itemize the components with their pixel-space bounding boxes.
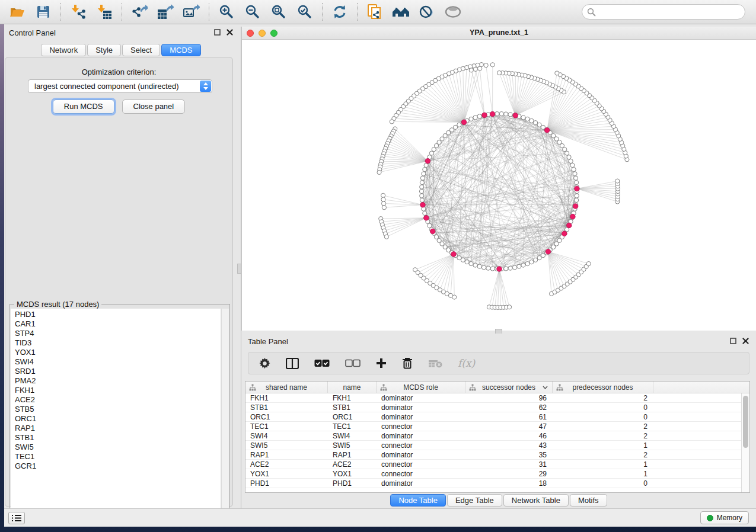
mcds-result-item[interactable]: STB5 (15, 405, 221, 414)
export-table-icon[interactable] (157, 3, 174, 21)
close-panel-icon[interactable] (227, 29, 233, 36)
tab-select[interactable]: Select (122, 44, 160, 56)
table-cell: FKH1 (245, 393, 328, 402)
table-scrollbar-thumb[interactable] (743, 396, 748, 448)
tab-edge-table[interactable]: Edge Table (447, 494, 502, 507)
mcds-result-item[interactable]: CAR1 (15, 319, 221, 329)
table-row[interactable]: TEC1TEC1connector472 (245, 422, 741, 431)
float-panel-icon[interactable] (214, 29, 221, 36)
table-cell: 2 (553, 393, 653, 402)
table-row[interactable]: FKH1FKH1dominator962 (245, 393, 741, 403)
export-network-icon[interactable] (130, 3, 148, 21)
column-header-successor-nodes[interactable]: successor nodes (465, 382, 553, 393)
mcds-result-title: MCDS result (17 nodes) (14, 300, 101, 309)
hide-selected-icon[interactable] (418, 3, 436, 21)
table-cell: 18 (465, 479, 553, 488)
table-cell: 29 (465, 469, 553, 478)
open-session-icon[interactable] (8, 3, 26, 21)
mcds-result-item[interactable]: PMA2 (15, 376, 221, 386)
tab-network-table[interactable]: Network Table (503, 494, 569, 507)
column-label: MCDS role (403, 383, 438, 392)
vertical-splitter-handle[interactable] (237, 264, 241, 274)
split-panel-icon[interactable] (286, 356, 299, 370)
tab-node-table[interactable]: Node Table (390, 494, 446, 507)
tab-motifs[interactable]: Motifs (570, 494, 607, 507)
save-session-icon[interactable] (34, 3, 52, 21)
mcds-result-item[interactable]: SWI5 (15, 443, 221, 452)
mcds-result-item[interactable]: TEC1 (15, 452, 221, 462)
mcds-result-item[interactable]: TID3 (15, 338, 221, 348)
zoom-out-icon[interactable] (244, 3, 261, 21)
float-panel-icon[interactable] (730, 338, 736, 344)
table-cell: ACE2 (245, 460, 328, 469)
table-row[interactable]: PHD1PHD1dominator180 (245, 479, 741, 488)
search-box[interactable] (582, 4, 745, 20)
table-cell: connector (377, 469, 465, 478)
select-all-icon[interactable] (314, 356, 330, 370)
import-network-icon[interactable] (69, 3, 87, 21)
show-eye-icon[interactable] (444, 3, 462, 21)
table-cell: dominator (377, 431, 465, 440)
mcds-result-item[interactable]: SWI4 (15, 357, 221, 367)
function-builder-icon[interactable]: f(x) (458, 356, 475, 370)
mcds-result-group: MCDS result (17 nodes) PHD1CAR1STP4TID3Y… (9, 304, 230, 524)
search-input[interactable] (596, 8, 740, 17)
table-cell: dominator (377, 450, 465, 459)
table-row[interactable]: RAP1RAP1dominator352 (245, 450, 741, 460)
run-mcds-button[interactable]: Run MCDS (53, 100, 114, 114)
close-panel-icon[interactable] (742, 338, 749, 344)
column-header-name[interactable]: name (328, 382, 377, 393)
mcds-result-item[interactable]: PHD1 (15, 310, 221, 319)
zoom-fit-icon[interactable] (270, 3, 288, 21)
mcds-result-item[interactable]: ORC1 (15, 414, 221, 424)
houses-icon[interactable] (392, 3, 410, 21)
table-cell: ORC1 (245, 412, 328, 421)
table-scrollbar[interactable] (741, 393, 749, 492)
column-header-mcds-role[interactable]: MCDS role (377, 382, 465, 393)
mcds-result-item[interactable]: YOX1 (15, 348, 221, 357)
node-table: shared namenameMCDS rolesuccessor nodesp… (245, 381, 750, 493)
mcds-result-item[interactable]: STP4 (15, 329, 221, 338)
mcds-result-item[interactable]: SRD1 (15, 367, 221, 376)
column-label: shared name (266, 383, 307, 392)
mcds-result-item[interactable]: STB1 (15, 433, 221, 443)
task-history-button[interactable] (8, 512, 25, 524)
gear-icon[interactable] (259, 356, 270, 370)
mcds-list-scrollbar[interactable] (221, 309, 229, 523)
zoom-selected-icon[interactable] (296, 3, 314, 21)
mcds-result-item[interactable]: FKH1 (15, 386, 221, 395)
table-row[interactable]: YOX1YOX1connector291 (245, 469, 741, 479)
table-tabs: Node TableEdge TableNetwork TableMotifs (241, 494, 756, 507)
import-table-icon[interactable] (95, 3, 113, 21)
deselect-all-icon[interactable] (345, 356, 361, 370)
table-row[interactable]: SWI5SWI5connector431 (245, 441, 741, 450)
refresh-layout-icon[interactable] (331, 3, 349, 21)
mcds-result-list[interactable]: PHD1CAR1STP4TID3YOX1SWI4SRD1PMA2FKH1ACE2… (11, 309, 221, 523)
mcds-result-item[interactable]: GCR1 (15, 462, 221, 471)
criterion-select[interactable]: largest connected component (undirected) (28, 79, 212, 93)
table-row[interactable]: ACE2ACE2connector311 (245, 460, 741, 469)
close-panel-button[interactable]: Close panel (122, 100, 186, 114)
tab-network[interactable]: Network (41, 44, 86, 56)
table-row[interactable]: STB1STB1dominator620 (245, 403, 741, 412)
tab-style[interactable]: Style (87, 44, 121, 56)
add-column-icon[interactable] (376, 356, 387, 370)
table-cell: SWI4 (245, 431, 328, 440)
table-cell: ACE2 (328, 460, 377, 469)
column-header-shared-name[interactable]: shared name (245, 382, 328, 393)
table-row[interactable]: ORC1ORC1dominator610 (245, 412, 741, 422)
table-row[interactable]: SWI4SWI4dominator462 (245, 431, 741, 441)
tab-mcds[interactable]: MCDS (161, 44, 200, 56)
mcds-result-item[interactable]: RAP1 (15, 424, 221, 433)
clone-network-icon[interactable] (366, 3, 384, 21)
clear-table-icon[interactable] (428, 356, 442, 370)
zoom-in-icon[interactable] (218, 3, 235, 21)
mcds-result-item[interactable]: ACE2 (15, 395, 221, 405)
table-cell: TEC1 (328, 422, 377, 431)
memory-button[interactable]: Memory (700, 511, 749, 524)
column-header-predecessor-nodes[interactable]: predecessor nodes (553, 382, 653, 393)
delete-icon[interactable] (402, 356, 413, 370)
table-cell: 2 (553, 450, 653, 459)
export-image-icon[interactable] (183, 3, 200, 21)
network-view[interactable] (242, 40, 756, 331)
